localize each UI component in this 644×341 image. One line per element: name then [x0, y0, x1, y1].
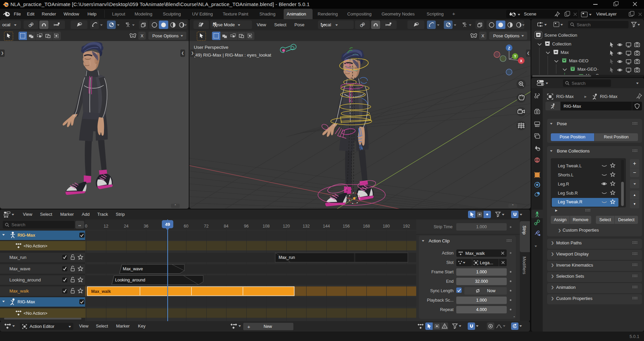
svg-text:Max-GEO: Max-GEO: [577, 67, 597, 72]
svg-text:36: 36: [144, 224, 148, 229]
svg-text:Collection: Collection: [552, 41, 571, 46]
svg-text:120: 120: [283, 224, 290, 229]
svg-text:108: 108: [263, 224, 270, 229]
svg-text:72: 72: [204, 224, 209, 229]
svg-text:Max: Max: [561, 50, 569, 55]
svg-text:Max_wave: Max_wave: [123, 267, 143, 271]
svg-text:144: 144: [323, 224, 330, 229]
svg-text:0: 0: [85, 224, 87, 229]
svg-text:X: X: [520, 59, 523, 63]
svg-text:Scene Collection: Scene Collection: [544, 33, 577, 38]
svg-text:User Perspective: User Perspective: [194, 45, 228, 50]
svg-text:Z: Z: [508, 46, 510, 50]
svg-text:192: 192: [403, 224, 410, 229]
svg-text:156: 156: [343, 224, 350, 229]
svg-text:Max_walk: Max_walk: [91, 289, 111, 294]
svg-text:180: 180: [383, 224, 390, 229]
svg-text:Max_run: Max_run: [279, 255, 295, 260]
svg-text:49: 49: [165, 222, 170, 227]
svg-text:24: 24: [124, 224, 129, 229]
svg-text:60: 60: [184, 224, 188, 229]
svg-text:12: 12: [104, 224, 108, 229]
svg-text:Y: Y: [514, 55, 516, 58]
svg-text:132: 132: [303, 224, 310, 229]
svg-text:Looking_around: Looking_around: [115, 278, 145, 282]
svg-text:(49) RIG-Max | RIG-Max : eyes_: (49) RIG-Max | RIG-Max : eyes_lookat: [194, 53, 271, 58]
svg-text:96: 96: [244, 224, 249, 229]
svg-text:84: 84: [224, 224, 228, 229]
svg-text:Max-GEO: Max-GEO: [569, 58, 588, 63]
svg-text:168: 168: [363, 224, 370, 229]
svg-text:·: ·: [597, 67, 599, 72]
